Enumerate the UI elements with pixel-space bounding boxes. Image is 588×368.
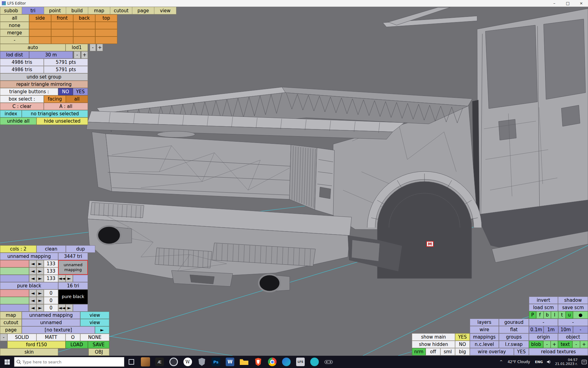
cols-count-button[interactable]: cols : 2 <box>0 245 36 253</box>
lod1-button[interactable]: lod1 <box>66 44 88 51</box>
view-col-side[interactable]: side <box>29 14 51 22</box>
tab-map[interactable]: map <box>88 7 110 14</box>
tab-page[interactable]: page <box>132 7 154 14</box>
ae-app-icon[interactable]: Æ <box>153 356 167 368</box>
tab-cutout[interactable]: cutout <box>110 7 132 14</box>
flag-l-button[interactable]: l <box>551 311 558 319</box>
minimize-button[interactable]: – <box>548 0 561 7</box>
green-next-button[interactable]: ► <box>36 297 44 304</box>
load-button[interactable]: LOAD <box>66 341 88 348</box>
shading-solid-button[interactable]: SOLID <box>7 334 36 341</box>
selection-marker[interactable]: M <box>426 241 434 247</box>
weather-status[interactable]: 42°F Cloudy <box>507 360 530 364</box>
flag-f-button[interactable]: f <box>536 311 544 319</box>
mapping1-next-button[interactable]: ► <box>66 275 73 282</box>
lod-minus-button[interactable]: - <box>90 44 96 51</box>
cutout-label[interactable]: cutout <box>0 319 22 326</box>
photo-thumbnail-icon[interactable] <box>138 356 153 368</box>
flag-p-button[interactable]: P <box>529 311 536 319</box>
chrome-icon[interactable] <box>265 356 279 368</box>
show-hidden-no-button[interactable]: NO <box>455 341 470 348</box>
wire-overlay-yes-button[interactable]: YES <box>514 348 529 355</box>
cutout-value[interactable]: unnamed <box>22 319 80 326</box>
lod-dist-plus-button[interactable]: + <box>81 51 88 59</box>
lrswap-button[interactable]: l.r.swap <box>499 341 529 348</box>
page-label[interactable]: page <box>0 326 22 334</box>
repair-triangle-mirroring-button[interactable]: repair triangle mirroring <box>0 81 88 88</box>
shading-minus-button[interactable]: - <box>0 334 7 341</box>
blue-prev-button[interactable]: ◄ <box>29 275 36 282</box>
filter-dash-button[interactable]: - <box>0 36 29 44</box>
blob-minus-button[interactable]: - <box>543 341 551 348</box>
mapping2-preview[interactable]: pure black <box>58 289 88 304</box>
triangle-buttons-no[interactable]: NO <box>58 88 73 95</box>
blue-prev-button[interactable]: ◄ <box>29 304 36 312</box>
groups-button[interactable]: groups <box>499 333 529 341</box>
brave-icon[interactable] <box>251 356 265 368</box>
filter-all-button[interactable]: all <box>0 14 29 22</box>
mappings-button[interactable]: mappings <box>470 333 499 341</box>
invert-button[interactable]: invert <box>529 297 558 304</box>
off-button[interactable]: off <box>426 348 440 355</box>
word-icon[interactable]: W <box>223 356 237 368</box>
tab-subob[interactable]: subob <box>0 7 22 14</box>
blob-plus-button[interactable]: + <box>551 341 558 348</box>
blue-next-button[interactable]: ► <box>36 275 44 282</box>
gouraud-button[interactable]: gouraud <box>499 319 529 326</box>
reload-textures-button[interactable]: reload textures <box>529 348 588 355</box>
flag-t-button[interactable]: t <box>558 311 566 319</box>
view-grid-cell[interactable] <box>51 36 73 44</box>
scale-10m-button[interactable]: 10m <box>558 326 573 333</box>
box-select-all[interactable]: all <box>66 95 88 103</box>
skin-button[interactable]: skin <box>0 348 58 356</box>
blob-button[interactable]: blob <box>529 341 543 348</box>
save-scm-button[interactable]: save scm <box>558 304 588 311</box>
red-next-button[interactable]: ► <box>36 260 44 267</box>
green-next-button[interactable]: ► <box>36 267 44 275</box>
text-button[interactable]: text <box>558 341 572 348</box>
clock[interactable]: 04:57 21.01.2023 r. <box>555 358 578 366</box>
clear-selection-button[interactable]: C : clear <box>0 103 44 110</box>
mapping1-blue-swatch[interactable] <box>0 275 29 282</box>
badge-app-icon[interactable] <box>195 356 209 368</box>
mapping2-first-button[interactable]: ◄◄ <box>58 304 66 312</box>
layers-dash2-button[interactable]: - <box>558 319 588 326</box>
tab-view[interactable]: view <box>154 7 176 14</box>
red-prev-button[interactable]: ◄ <box>29 260 36 267</box>
mapping1-red-swatch[interactable] <box>0 260 29 267</box>
nclevel-button[interactable]: n.c.level <box>470 341 499 348</box>
task-view-button[interactable] <box>124 356 138 368</box>
globe-app-icon[interactable] <box>167 356 181 368</box>
flag-u-button[interactable]: u <box>566 311 573 319</box>
origin-button[interactable]: origin <box>529 333 558 341</box>
red-prev-button[interactable]: ◄ <box>29 289 36 297</box>
clean-button[interactable]: clean <box>36 245 66 253</box>
blue-next-button[interactable]: ► <box>36 304 44 312</box>
vehicle-file-name[interactable]: ford f150 <box>7 341 66 348</box>
tab-build[interactable]: build <box>66 7 88 14</box>
start-button[interactable] <box>0 356 14 368</box>
view-grid-cell[interactable] <box>73 29 95 36</box>
undo-set-group-button[interactable]: undo set group <box>0 73 88 81</box>
obj-button[interactable]: OBJ <box>89 348 109 356</box>
maximize-button[interactable]: □ <box>561 0 575 7</box>
page-next-button[interactable]: ► <box>95 326 109 334</box>
filter-none-button[interactable]: none <box>0 22 29 29</box>
shading-none-button[interactable]: NONE <box>80 334 109 341</box>
view-col-front[interactable]: front <box>51 14 73 22</box>
box-select-facing[interactable]: facing <box>44 95 66 103</box>
notification-icon[interactable] <box>580 356 588 368</box>
show-main-yes-button[interactable]: YES <box>455 333 470 341</box>
view-grid-cell[interactable] <box>95 29 117 36</box>
red-next-button[interactable]: ► <box>36 289 44 297</box>
big-button[interactable]: big <box>455 348 470 355</box>
filter-merge-button[interactable]: merge <box>0 29 29 36</box>
game-controller-icon[interactable] <box>322 356 336 368</box>
folder-icon[interactable] <box>237 356 251 368</box>
view-grid-cell[interactable] <box>29 29 51 36</box>
hide-unselected-button[interactable]: hide unselected <box>36 117 88 125</box>
text-plus-button[interactable]: + <box>580 341 588 348</box>
scale-dash-button[interactable]: - <box>573 326 588 333</box>
wikipedia-icon[interactable]: W <box>181 356 195 368</box>
scale-1m-button[interactable]: 1m <box>544 326 558 333</box>
